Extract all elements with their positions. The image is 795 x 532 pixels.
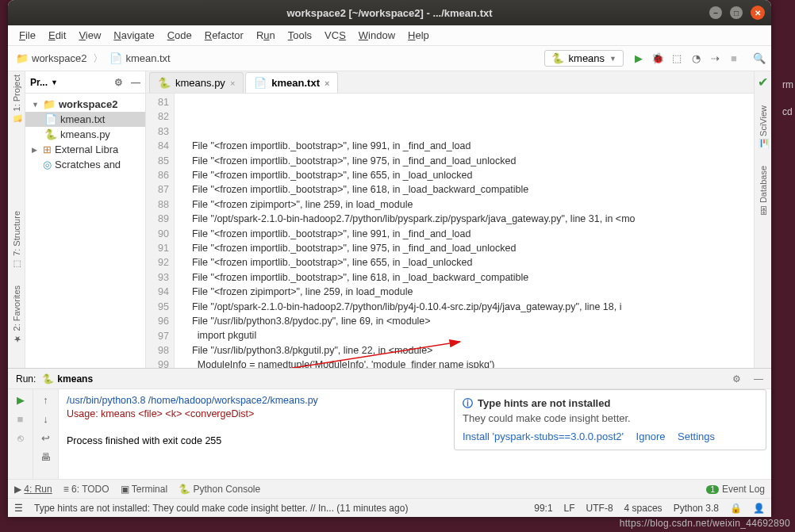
run-panel-label: Run: — [16, 373, 36, 385]
menu-run[interactable]: Run — [252, 28, 280, 43]
code-line[interactable]: import pkgutil — [181, 328, 754, 343]
stop-button[interactable]: ■ — [727, 52, 741, 66]
menu-window[interactable]: Window — [354, 28, 400, 43]
menu-vcs[interactable]: VCS — [320, 28, 351, 43]
rerun-button[interactable]: ▶ — [13, 392, 28, 407]
menu-file[interactable]: File — [14, 28, 40, 43]
tree-item-kmean-txt[interactable]: 📄kmean.txt — [25, 112, 145, 127]
editor[interactable]: 81828384858687888990919293949596979899 F… — [146, 94, 754, 368]
bottom-tool-bar: ▶ 4: Run ≡ 6: TODO ▣ Terminal 🐍 Python C… — [8, 479, 771, 498]
sidebar-tab-project[interactable]: 📁 1: Project — [11, 75, 21, 124]
run-panel-config: kmeans — [57, 373, 93, 385]
tab-python-console[interactable]: 🐍 Python Console — [179, 484, 260, 495]
left-tool-strip: 📁 1: Project ⬚ 7: Structure ★ 2: Favorit… — [8, 71, 25, 368]
code-line[interactable]: File "<frozen importlib._bootstrap>", li… — [181, 139, 754, 153]
search-everywhere-icon[interactable]: 🔍 — [752, 52, 766, 66]
hector-icon[interactable]: 👤 — [753, 503, 765, 514]
install-link[interactable]: Install 'pyspark-stubs==3.0.0.post2' — [463, 431, 624, 442]
tab-kmean-txt[interactable]: 📄kmean.txt× — [245, 72, 338, 93]
caret-position[interactable]: 99:1 — [534, 503, 552, 514]
menu-help[interactable]: Help — [403, 28, 434, 43]
menu-code[interactable]: Code — [163, 28, 197, 43]
attach-button[interactable]: ⇢ — [708, 52, 722, 66]
soft-wrap-icon[interactable]: ↩ — [39, 431, 53, 445]
run-settings-icon[interactable]: ⚙ — [732, 373, 741, 385]
sidebar-tab-favorites[interactable]: ★ 2: Favorites — [11, 285, 21, 344]
run-hide-icon[interactable]: — — [754, 373, 763, 385]
up-stack-icon[interactable]: ↑ — [39, 392, 53, 407]
exit-button[interactable]: ⎋ — [13, 431, 28, 445]
lock-icon[interactable]: 🔒 — [730, 503, 742, 514]
tree-external-libs[interactable]: ▶⊞External Libra — [25, 142, 145, 157]
menubar: File Edit View Navigate Code Refactor Ru… — [8, 25, 771, 46]
sidebar-tab-sciview[interactable]: 📊 SciView — [758, 105, 768, 150]
encoding[interactable]: UTF-8 — [586, 503, 613, 514]
code-line[interactable]: File "<frozen importlib._bootstrap>", li… — [181, 255, 754, 270]
code-line[interactable]: File "<frozen importlib._bootstrap>", li… — [181, 241, 754, 255]
code-line[interactable]: File "<frozen importlib._bootstrap>", li… — [181, 227, 754, 241]
breadcrumb: 📁workspace2 〉 📄kmean.txt — [13, 51, 174, 66]
tab-todo[interactable]: ≡ 6: TODO — [63, 484, 109, 495]
debug-button[interactable]: 🐞 — [651, 52, 665, 66]
status-menu-icon[interactable]: ☰ — [14, 503, 23, 514]
settings-link[interactable]: Settings — [678, 431, 715, 442]
sidebar-tab-database[interactable]: 🗄 Database — [759, 166, 768, 215]
tree-scratches[interactable]: ◎Scratches and — [25, 157, 145, 172]
inspection-ok-icon[interactable]: ✔ — [758, 75, 768, 90]
menu-edit[interactable]: Edit — [44, 28, 71, 43]
coverage-button[interactable]: ⬚ — [670, 52, 684, 66]
info-icon: ⓘ — [463, 396, 473, 410]
menu-tools[interactable]: Tools — [283, 28, 317, 43]
down-stack-icon[interactable]: ↓ — [39, 411, 53, 426]
close-icon[interactable]: × — [230, 78, 235, 88]
code-line[interactable]: File "/usr/lib/python3.8/pydoc.py", line… — [181, 314, 754, 328]
run-console[interactable]: /usr/bin/python3.8 /home/hadoop/workspac… — [59, 389, 771, 479]
code-line[interactable]: File "/opt/spark-2.1.0-bin-hadoop2.7/pyt… — [181, 212, 754, 226]
ignore-link[interactable]: Ignore — [636, 431, 666, 442]
sidebar-tab-structure[interactable]: ⬚ 7: Structure — [11, 211, 21, 270]
stop-button[interactable]: ■ — [13, 411, 28, 426]
project-settings-icon[interactable]: ⚙ — [114, 77, 123, 88]
code-line[interactable]: File "<frozen zipimport>", line 259, in … — [181, 285, 754, 299]
chevron-right-icon: 〉 — [91, 52, 105, 66]
code-content[interactable]: File "<frozen importlib._bootstrap>", li… — [175, 94, 754, 368]
indent[interactable]: 4 spaces — [624, 503, 662, 514]
code-line[interactable]: File "<frozen importlib._bootstrap>", li… — [181, 270, 754, 285]
breadcrumb-root[interactable]: 📁workspace2 — [13, 51, 90, 66]
tab-terminal[interactable]: ▣ Terminal — [121, 484, 167, 495]
tab-kmeans-py[interactable]: 🐍kmeans.py× — [149, 72, 244, 93]
navbar: 📁workspace2 〉 📄kmean.txt 🐍kmeans▼ ▶ 🐞 ⬚ … — [8, 46, 771, 71]
code-line[interactable]: File "/usr/lib/python3.8/pkgutil.py", li… — [181, 343, 754, 358]
close-button[interactable]: ✕ — [751, 6, 765, 20]
tab-run[interactable]: ▶ 4: Run — [14, 484, 52, 495]
interpreter[interactable]: Python 3.8 — [674, 503, 719, 514]
close-icon[interactable]: × — [325, 78, 329, 88]
code-line[interactable]: File "<frozen importlib._bootstrap>", li… — [181, 182, 754, 197]
project-collapse-icon[interactable]: — — [131, 77, 140, 88]
code-line[interactable]: ModuleInfo = namedtuple('ModuleInfo', 'm… — [181, 358, 754, 368]
ide-window: workspace2 [~/workspace2] - .../kmean.tx… — [8, 0, 771, 517]
profile-button[interactable]: ◔ — [689, 52, 703, 66]
code-line[interactable]: File "<frozen importlib._bootstrap>", li… — [181, 168, 754, 182]
project-pane: Pr... ▼ ⚙ — ▼📁workspace2 📄kmean.txt 🐍kme… — [25, 71, 146, 368]
minimize-button[interactable]: – — [709, 6, 722, 19]
tree-item-kmeans-py[interactable]: 🐍kmeans.py — [25, 127, 145, 142]
ext-cd: cd — [782, 106, 793, 117]
print-icon[interactable]: 🖶 — [39, 450, 53, 464]
menu-refactor[interactable]: Refactor — [200, 28, 248, 43]
maximize-button[interactable]: □ — [730, 6, 743, 19]
code-line[interactable]: File "<frozen importlib._bootstrap>", li… — [181, 154, 754, 168]
tree-root[interactable]: ▼📁workspace2 — [25, 97, 145, 112]
run-config-select[interactable]: 🐍kmeans▼ — [544, 50, 624, 67]
chevron-down-icon: ▼ — [609, 55, 616, 63]
menu-navigate[interactable]: Navigate — [109, 28, 159, 43]
event-log[interactable]: 1Event Log — [706, 484, 765, 495]
line-ending[interactable]: LF — [564, 503, 575, 514]
project-pane-title: Pr... — [30, 77, 48, 88]
breadcrumb-file[interactable]: 📄kmean.txt — [106, 51, 173, 66]
code-line[interactable]: File "/opt/spark-2.1.0-bin-hadoop2.7/pyt… — [181, 300, 754, 314]
watermark: https://blog.csdn.net/weixin_44692890 — [620, 518, 790, 529]
run-button[interactable]: ▶ — [632, 52, 646, 66]
code-line[interactable]: File "<frozen zipimport>", line 259, in … — [181, 197, 754, 212]
menu-view[interactable]: View — [74, 28, 106, 43]
